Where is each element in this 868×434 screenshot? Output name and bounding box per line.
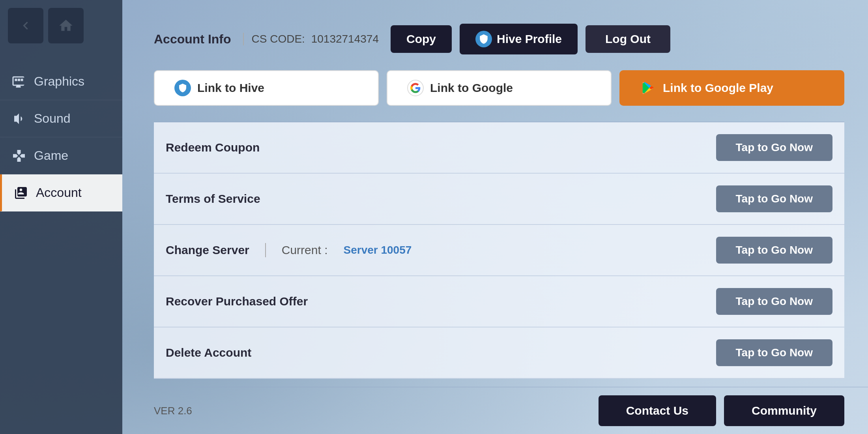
terms-of-service-row: Terms of Service Tap to Go Now bbox=[154, 174, 844, 225]
community-button[interactable]: Community bbox=[724, 395, 844, 426]
recover-tap-button[interactable]: Tap to Go Now bbox=[716, 288, 832, 315]
logout-button[interactable]: Log Out bbox=[586, 25, 670, 53]
recover-offer-row: Recover Purchased Offer Tap to Go Now bbox=[154, 276, 844, 327]
recover-label: Recover Purchased Offer bbox=[166, 295, 308, 308]
cs-code: CS CODE: 10132714374 bbox=[243, 33, 379, 45]
googleplay-icon bbox=[640, 80, 657, 96]
contact-us-button[interactable]: Contact Us bbox=[599, 395, 716, 426]
hive-icon bbox=[475, 31, 492, 47]
link-hive-button[interactable]: Link to Hive bbox=[154, 70, 379, 106]
main-content: Account Info CS CODE: 10132714374 Copy H… bbox=[122, 0, 868, 434]
delete-label: Delete Account bbox=[166, 346, 251, 359]
terms-tap-button[interactable]: Tap to Go Now bbox=[716, 185, 832, 212]
hive-profile-label: Hive Profile bbox=[497, 32, 562, 46]
svg-rect-2 bbox=[21, 79, 23, 81]
change-server-left: Change Server Current : Server 10057 bbox=[166, 243, 412, 257]
google-icon bbox=[407, 80, 424, 96]
change-server-row: Change Server Current : Server 10057 Tap… bbox=[154, 225, 844, 276]
delete-tap-button[interactable]: Tap to Go Now bbox=[716, 339, 832, 366]
footer: VER 2.6 Contact Us Community bbox=[122, 387, 868, 434]
svg-rect-0 bbox=[15, 79, 17, 81]
link-googleplay-button[interactable]: Link to Google Play bbox=[619, 70, 844, 106]
link-google-label: Link to Google bbox=[430, 81, 513, 95]
redeem-coupon-left: Redeem Coupon bbox=[166, 141, 260, 154]
settings-section: Redeem Coupon Tap to Go Now Terms of Ser… bbox=[154, 122, 844, 379]
sidebar-item-game[interactable]: Game bbox=[0, 137, 122, 174]
sidebar-graphics-label: Graphics bbox=[34, 74, 84, 89]
sidebar-item-sound[interactable]: Sound bbox=[0, 100, 122, 137]
link-google-button[interactable]: Link to Google bbox=[387, 70, 612, 106]
sidebar-game-label: Game bbox=[34, 148, 68, 163]
redeem-coupon-tap-button[interactable]: Tap to Go Now bbox=[716, 134, 832, 161]
hive-link-icon bbox=[174, 80, 191, 96]
sidebar-account-label: Account bbox=[36, 185, 82, 200]
copy-button[interactable]: Copy bbox=[391, 25, 452, 53]
delete-account-row: Delete Account Tap to Go Now bbox=[154, 327, 844, 379]
cs-code-prefix: CS CODE: bbox=[252, 33, 305, 45]
link-googleplay-label: Link to Google Play bbox=[663, 81, 773, 95]
delete-left: Delete Account bbox=[166, 346, 251, 359]
sidebar-sound-label: Sound bbox=[34, 111, 71, 126]
account-info-label: Account Info bbox=[154, 32, 231, 47]
terms-label: Terms of Service bbox=[166, 192, 260, 206]
cs-code-value: 10132714374 bbox=[311, 33, 379, 45]
server-divider bbox=[265, 243, 266, 257]
server-value: Server 10057 bbox=[343, 244, 412, 256]
sidebar-item-graphics[interactable]: Graphics bbox=[0, 63, 122, 100]
link-buttons-row: Link to Hive Link to Google bbox=[154, 70, 844, 106]
terms-left: Terms of Service bbox=[166, 192, 260, 206]
svg-rect-1 bbox=[18, 79, 20, 81]
redeem-coupon-row: Redeem Coupon Tap to Go Now bbox=[154, 122, 844, 174]
change-server-tap-button[interactable]: Tap to Go Now bbox=[716, 237, 832, 264]
recover-left: Recover Purchased Offer bbox=[166, 295, 308, 308]
change-server-label: Change Server bbox=[166, 243, 249, 257]
sidebar-item-account[interactable]: Account bbox=[0, 174, 122, 211]
sidebar: Graphics Sound Game Account bbox=[0, 0, 122, 434]
current-prefix: Current : bbox=[282, 243, 328, 257]
hive-profile-button[interactable]: Hive Profile bbox=[460, 24, 578, 54]
version-label: VER 2.6 bbox=[154, 405, 192, 417]
link-hive-label: Link to Hive bbox=[197, 81, 264, 95]
footer-buttons: Contact Us Community bbox=[599, 395, 844, 426]
account-info-bar: Account Info CS CODE: 10132714374 Copy H… bbox=[154, 24, 844, 54]
redeem-coupon-label: Redeem Coupon bbox=[166, 141, 260, 154]
